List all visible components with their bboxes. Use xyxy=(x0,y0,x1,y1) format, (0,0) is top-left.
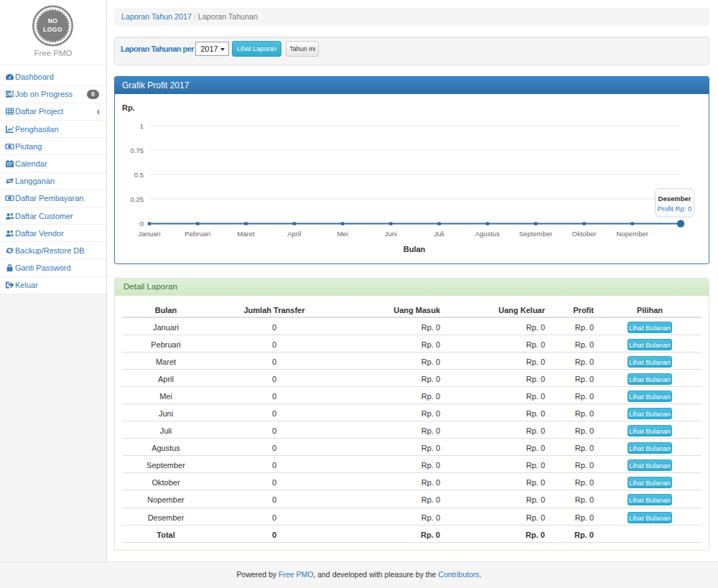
svg-text:Profit Rp: 0: Profit Rp: 0 xyxy=(658,205,692,213)
svg-text:Agustus: Agustus xyxy=(475,230,500,238)
svg-text:Rp.: Rp. xyxy=(122,103,135,112)
svg-text:Januari: Januari xyxy=(138,230,160,238)
svg-text:0.25: 0.25 xyxy=(131,195,144,203)
svg-text:Pebruari: Pebruari xyxy=(185,230,210,238)
svg-text:LOGO: LOGO xyxy=(43,26,62,33)
svg-text:April: April xyxy=(287,230,301,238)
svg-text:Desember: Desember xyxy=(658,195,691,202)
svg-text:Nopember: Nopember xyxy=(617,230,648,238)
svg-text:Maret: Maret xyxy=(237,230,255,238)
svg-text:Juni: Juni xyxy=(385,230,397,238)
svg-text:Oktober: Oktober xyxy=(572,230,597,238)
svg-text:September: September xyxy=(519,230,552,238)
svg-text:Mei: Mei xyxy=(337,230,348,238)
svg-text:0.75: 0.75 xyxy=(131,146,144,154)
svg-text:0.5: 0.5 xyxy=(134,171,144,179)
svg-text:Juli: Juli xyxy=(434,230,444,238)
svg-text:Bulan: Bulan xyxy=(404,245,426,253)
svg-text:1: 1 xyxy=(140,122,144,130)
svg-text:NO: NO xyxy=(48,17,58,24)
svg-text:0: 0 xyxy=(140,220,144,228)
